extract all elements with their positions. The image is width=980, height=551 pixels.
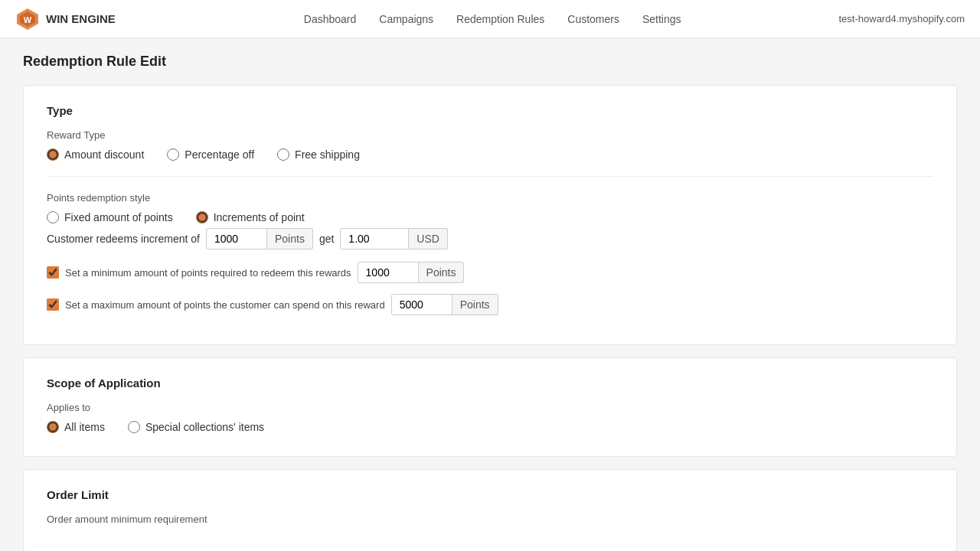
points-option-increments[interactable]: Increments of point: [196, 211, 305, 223]
order-min-req-label: Order amount minimum requirement: [47, 514, 933, 525]
reward-option-shipping-label: Free shipping: [295, 148, 360, 161]
navbar: W WIN ENGINE Dashboard Campaigns Redempt…: [0, 0, 980, 38]
scope-option-special-label: Special collections' items: [145, 421, 264, 433]
applies-to-label: Applies to: [47, 402, 933, 413]
points-radio-fixed[interactable]: [47, 211, 59, 223]
redeem-prefix-label: Customer redeems increment of: [47, 233, 200, 245]
points-option-fixed[interactable]: Fixed amount of points: [47, 211, 173, 223]
min-points-input[interactable]: [358, 262, 419, 283]
scope-card: Scope of Application Applies to All item…: [23, 357, 957, 457]
reward-option-amount[interactable]: Amount discount: [47, 148, 144, 161]
usd-unit-badge: USD: [409, 228, 448, 249]
max-points-unit: Points: [452, 294, 498, 315]
reward-type-label: Reward Type: [47, 129, 933, 141]
redeem-points-input[interactable]: [206, 228, 267, 249]
reward-radio-percentage[interactable]: [167, 148, 179, 161]
min-points-unit: Points: [419, 262, 465, 283]
points-style-label: Points redemption style: [47, 192, 933, 204]
reward-option-percentage[interactable]: Percentage off: [167, 148, 254, 161]
points-radio-increments[interactable]: [196, 211, 208, 223]
nav-settings[interactable]: Settings: [642, 13, 681, 25]
max-points-input-group: Points: [391, 294, 498, 315]
reward-type-group: Amount discount Percentage off Free ship…: [47, 148, 933, 161]
points-style-group: Fixed amount of points Increments of poi…: [47, 211, 933, 223]
nav-redemption-rules[interactable]: Redemption Rules: [456, 13, 544, 25]
min-points-checkbox[interactable]: [47, 266, 59, 279]
scope-section-title: Scope of Application: [47, 377, 933, 390]
scope-option-all[interactable]: All items: [47, 421, 105, 433]
min-points-label: Set a minimum amount of points required …: [65, 267, 351, 279]
scope-radio-special[interactable]: [128, 421, 140, 433]
store-url: test-howard4.myshopify.com: [839, 13, 965, 24]
page-title: Redemption Rule Edit: [23, 54, 957, 70]
scope-option-all-label: All items: [64, 421, 105, 433]
points-unit-badge: Points: [267, 228, 313, 249]
points-option-increments-label: Increments of point: [214, 211, 305, 223]
max-points-row: Set a maximum amount of points the custo…: [47, 294, 933, 315]
max-points-label: Set a maximum amount of points the custo…: [65, 299, 385, 311]
max-points-checkbox[interactable]: [47, 298, 59, 311]
reward-option-shipping[interactable]: Free shipping: [277, 148, 360, 161]
min-points-row: Set a minimum amount of points required …: [47, 262, 933, 283]
brand-logo-icon: W: [15, 7, 40, 31]
nav-links: Dashboard Campaigns Redemption Rules Cus…: [146, 13, 839, 25]
page-content: Redemption Rule Edit Type Reward Type Am…: [0, 38, 980, 551]
points-option-fixed-label: Fixed amount of points: [64, 211, 173, 223]
max-points-input[interactable]: [391, 294, 452, 315]
get-label: get: [319, 233, 334, 245]
redeem-usd-input-group: USD: [340, 228, 448, 249]
scope-option-special[interactable]: Special collections' items: [128, 421, 264, 433]
nav-dashboard[interactable]: Dashboard: [304, 13, 357, 25]
redeem-increment-row: Customer redeems increment of Points get…: [47, 228, 933, 249]
scope-group: All items Special collections' items: [47, 421, 933, 433]
brand: W WIN ENGINE: [15, 7, 116, 31]
type-section-title: Type: [47, 104, 933, 117]
scope-radio-all[interactable]: [47, 421, 59, 433]
reward-radio-amount[interactable]: [47, 148, 59, 161]
reward-option-percentage-label: Percentage off: [185, 148, 254, 161]
order-limit-card: Order Limit Order amount minimum require…: [23, 469, 957, 551]
redeem-usd-input[interactable]: [340, 228, 409, 249]
reward-radio-shipping[interactable]: [277, 148, 289, 161]
min-points-input-group: Points: [358, 262, 465, 283]
nav-campaigns[interactable]: Campaigns: [379, 13, 433, 25]
svg-text:W: W: [24, 15, 32, 24]
main-wrapper: Redemption Rule Edit Type Reward Type Am…: [0, 38, 980, 551]
order-limit-title: Order Limit: [47, 488, 933, 501]
redeem-points-input-group: Points: [206, 228, 313, 249]
reward-option-amount-label: Amount discount: [64, 148, 144, 161]
brand-name: WIN ENGINE: [46, 12, 116, 25]
nav-customers[interactable]: Customers: [567, 13, 619, 25]
type-card: Type Reward Type Amount discount Percent…: [23, 85, 957, 345]
divider-1: [47, 176, 933, 177]
